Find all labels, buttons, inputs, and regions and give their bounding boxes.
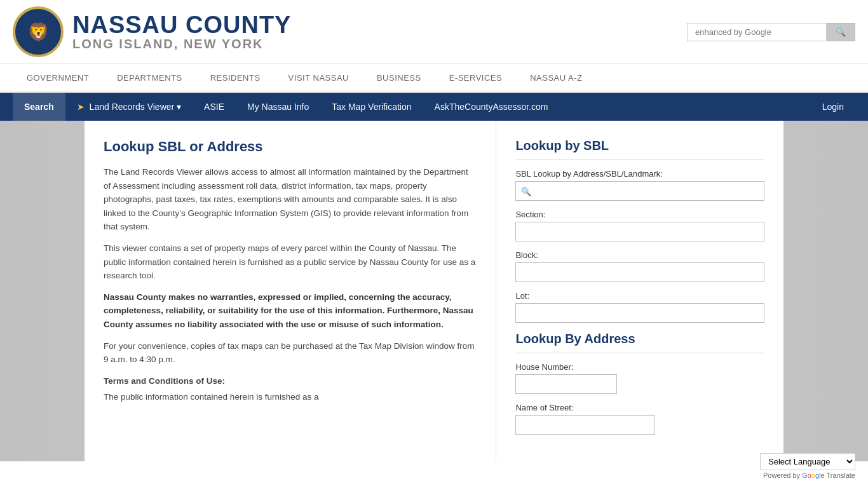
- sub-nav-asie[interactable]: ASIE: [193, 93, 236, 121]
- nav-item-residents[interactable]: RESIDENTS: [196, 64, 275, 92]
- street-name-label: Name of Street:: [515, 403, 764, 412]
- main-navigation: GOVERNMENT DEPARTMENTS RESIDENTS VISIT N…: [0, 64, 868, 93]
- sub-nav-link-login[interactable]: Login: [811, 93, 855, 121]
- section-label: Section:: [515, 210, 764, 219]
- county-location: LONG ISLAND, NEW YORK: [72, 37, 291, 51]
- translate-widget: Select Language Powered by Google Transl…: [760, 453, 855, 461]
- location-part1: LONG ISLAND,: [72, 37, 179, 51]
- nav-item-business[interactable]: BUSINESS: [363, 64, 435, 92]
- sbl-search-input-wrapper: 🔍: [515, 181, 764, 201]
- site-header: 🦁 NASSAU COUNTY LONG ISLAND, NEW YORK 🔍: [0, 0, 868, 64]
- section-input[interactable]: [515, 222, 764, 241]
- nav-item-visit[interactable]: VISIT NASSAU: [275, 64, 363, 92]
- logo-area: 🦁 NASSAU COUNTY LONG ISLAND, NEW YORK: [13, 6, 291, 57]
- lookup-address-heading: Lookup By Address: [515, 332, 764, 353]
- lot-label: Lot:: [515, 291, 764, 301]
- house-number-input[interactable]: [515, 374, 617, 394]
- left-panel: Lookup SBL or Address The Land Records V…: [85, 121, 496, 461]
- sub-nav-link-search[interactable]: Search: [13, 93, 65, 121]
- street-name-input[interactable]: [515, 415, 655, 435]
- nav-link-eservices[interactable]: E-SERVICES: [435, 64, 517, 92]
- nav-link-business[interactable]: BUSINESS: [363, 64, 435, 92]
- sbl-address-label: SBL Lookup by Address/SBL/Landmark:: [515, 169, 764, 179]
- sub-nav-login[interactable]: Login: [811, 93, 855, 121]
- nav-link-departments[interactable]: DEPARTMENTS: [103, 64, 196, 92]
- block-group: Block:: [515, 250, 764, 282]
- county-name: NASSAU COUNTY: [72, 13, 291, 37]
- arrow-icon: ➤: [77, 102, 85, 112]
- lion-icon: 🦁: [27, 22, 50, 43]
- street-name-group: Name of Street:: [515, 403, 764, 435]
- terms-heading: Terms and Conditions of Use:: [104, 374, 477, 388]
- google-search-area: 🔍: [687, 23, 855, 41]
- sub-nav-tax-map[interactable]: Tax Map Verification: [320, 93, 423, 121]
- nav-link-nassau-az[interactable]: NASSAU A-Z: [516, 64, 596, 92]
- seal-inner: 🦁: [17, 10, 60, 53]
- right-panel: Lookup by SBL SBL Lookup by Address/SBL/…: [496, 121, 783, 461]
- sub-nav-link-ask-assessor[interactable]: AskTheCountyAssessor.com: [423, 93, 560, 121]
- main-content-wrapper: Lookup SBL or Address The Land Records V…: [85, 121, 783, 461]
- sbl-address-group: SBL Lookup by Address/SBL/Landmark: 🔍: [515, 169, 764, 201]
- description-para-2: This viewer contains a set of property m…: [104, 241, 477, 283]
- search-icon: 🔍: [836, 27, 846, 37]
- house-number-label: House Number:: [515, 362, 764, 372]
- site-title-block: NASSAU COUNTY LONG ISLAND, NEW YORK: [72, 13, 291, 51]
- sub-nav-ask-assessor[interactable]: AskTheCountyAssessor.com: [423, 93, 560, 121]
- nav-item-government[interactable]: GOVERNMENT: [13, 64, 103, 92]
- language-select[interactable]: Select Language: [760, 453, 855, 461]
- lot-input[interactable]: [515, 303, 764, 323]
- block-input[interactable]: [515, 262, 764, 282]
- sub-nav-link-asie[interactable]: ASIE: [193, 93, 236, 121]
- sub-nav-my-nassau[interactable]: My Nassau Info: [236, 93, 320, 121]
- lookup-sbl-heading: Lookup by SBL: [515, 139, 764, 160]
- google-search-form: 🔍: [687, 23, 855, 41]
- lot-group: Lot:: [515, 291, 764, 323]
- land-records-label: Land Records Viewer: [90, 102, 175, 112]
- sbl-search-icon: 🔍: [521, 186, 531, 196]
- county-seal: 🦁: [13, 6, 64, 57]
- nav-item-nassau-az[interactable]: NASSAU A-Z: [516, 64, 596, 92]
- nav-item-eservices[interactable]: E-SERVICES: [435, 64, 517, 92]
- google-search-input[interactable]: [687, 23, 827, 41]
- disclaimer-text: Nassau County makes no warranties, expre…: [104, 290, 477, 332]
- nav-item-departments[interactable]: DEPARTMENTS: [103, 64, 196, 92]
- nav-link-visit[interactable]: VISIT NASSAU: [275, 64, 363, 92]
- house-number-group: House Number:: [515, 362, 764, 394]
- sub-nav-link-tax-map[interactable]: Tax Map Verification: [320, 93, 423, 121]
- sub-nav-link-land-records[interactable]: ➤ Land Records Viewer ▾: [65, 93, 193, 121]
- location-part2: NEW YORK: [184, 37, 264, 51]
- nav-link-government[interactable]: GOVERNMENT: [13, 64, 103, 92]
- sub-nav-search[interactable]: Search: [13, 93, 65, 121]
- page-background: Lookup SBL or Address The Land Records V…: [0, 121, 868, 461]
- tax-map-info: For your convenience, copies of tax maps…: [104, 339, 477, 367]
- sbl-address-input[interactable]: [515, 181, 764, 201]
- page-title: Lookup SBL or Address: [104, 139, 477, 155]
- block-label: Block:: [515, 250, 764, 260]
- sub-nav-link-my-nassau[interactable]: My Nassau Info: [236, 93, 320, 121]
- google-search-button[interactable]: 🔍: [827, 23, 855, 41]
- dropdown-chevron-icon: ▾: [177, 102, 181, 112]
- description-para-1: The Land Records Viewer allows access to…: [104, 165, 477, 234]
- sub-navigation: Search ➤ Land Records Viewer ▾ ASIE My N…: [0, 93, 868, 121]
- nav-link-residents[interactable]: RESIDENTS: [196, 64, 275, 92]
- section-group: Section:: [515, 210, 764, 241]
- sub-nav-land-records[interactable]: ➤ Land Records Viewer ▾: [65, 93, 193, 121]
- terms-text: The public information contained herein …: [104, 390, 477, 404]
